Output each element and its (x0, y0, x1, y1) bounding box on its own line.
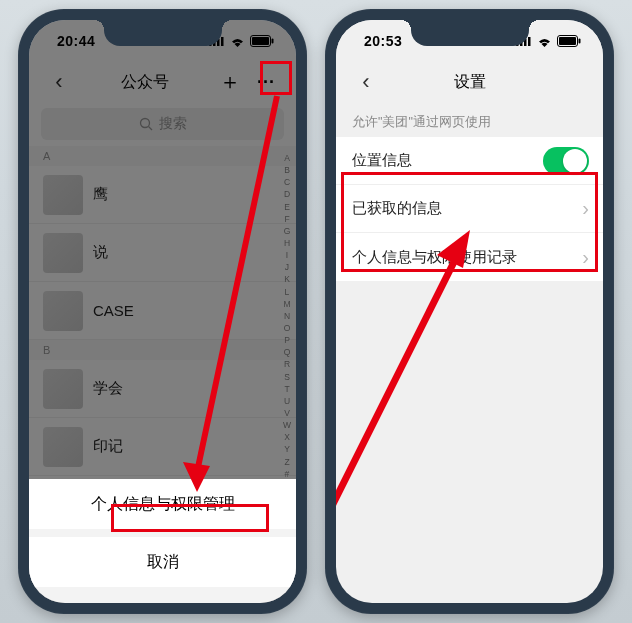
setting-obtained-info-row[interactable]: 已获取的信息 › (336, 185, 603, 233)
setting-label: 个人信息与权限使用记录 (352, 248, 517, 267)
sheet-cancel-button[interactable]: 取消 (29, 537, 296, 587)
phone-frame-left: 20:44 ‹ 公众号 ＋ ··· 搜索 A 鹰 说 CASE B 学 (18, 9, 307, 614)
section-header: 允许"美团"通过网页使用 (336, 102, 603, 137)
setting-permission-log-row[interactable]: 个人信息与权限使用记录 › (336, 233, 603, 281)
action-sheet: 个人信息与权限管理 取消 (29, 479, 296, 603)
setting-label: 已获取的信息 (352, 199, 442, 218)
toggle-switch[interactable] (543, 147, 589, 175)
svg-line-18 (336, 254, 458, 558)
phone-frame-right: 20:53 ‹ 设置 允许"美团"通过网页使用 位置信息 已获取的信息 › 个人… (325, 9, 614, 614)
setting-location-row[interactable]: 位置信息 (336, 137, 603, 185)
svg-rect-14 (528, 37, 531, 46)
nav-bar: ‹ 设置 (336, 62, 603, 102)
chevron-left-icon: ‹ (362, 69, 369, 95)
status-time: 20:53 (364, 33, 402, 49)
sheet-action-label: 个人信息与权限管理 (91, 494, 235, 515)
svg-rect-17 (579, 39, 581, 44)
nav-spacer (555, 64, 591, 100)
sheet-divider (29, 529, 296, 537)
sheet-cancel-label: 取消 (147, 552, 179, 573)
notch (104, 20, 222, 46)
screen-right: 20:53 ‹ 设置 允许"美团"通过网页使用 位置信息 已获取的信息 › 个人… (336, 20, 603, 603)
svg-rect-16 (559, 37, 576, 45)
back-button[interactable]: ‹ (348, 64, 384, 100)
wifi-icon (537, 36, 552, 47)
sheet-manage-button[interactable]: 个人信息与权限管理 (29, 479, 296, 529)
chevron-right-icon: › (582, 197, 589, 220)
notch (411, 20, 529, 46)
chevron-right-icon: › (582, 246, 589, 269)
battery-icon (557, 35, 581, 47)
screen-left: 20:44 ‹ 公众号 ＋ ··· 搜索 A 鹰 说 CASE B 学 (29, 20, 296, 603)
page-title: 设置 (392, 72, 547, 93)
setting-label: 位置信息 (352, 151, 412, 170)
